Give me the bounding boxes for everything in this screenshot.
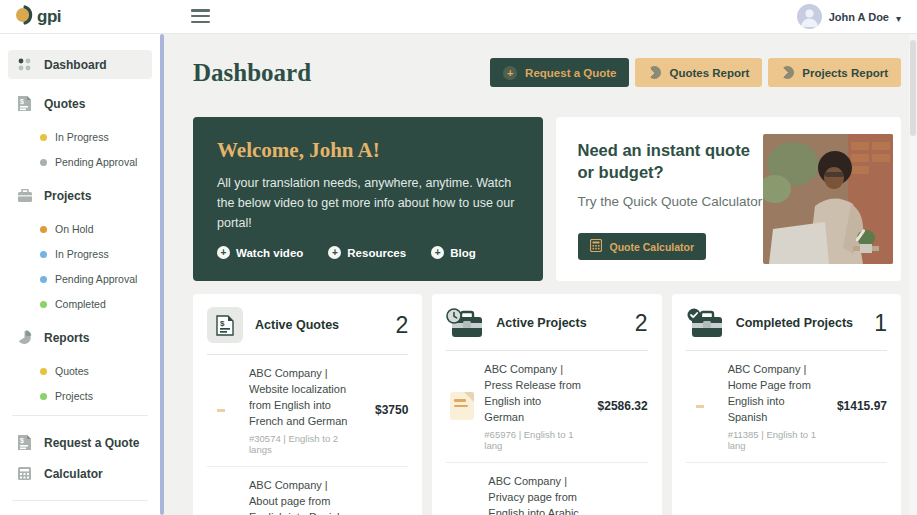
quote-document-icon: $: [16, 95, 33, 112]
page-title: Dashboard: [193, 59, 311, 87]
sidebar-subitem-label: In Progress: [55, 131, 109, 143]
card-title: Active Quotes: [255, 318, 339, 332]
pie-chart-icon: [16, 329, 33, 346]
calculator-icon: [16, 465, 33, 482]
link-label: Watch video: [236, 247, 303, 259]
brand-logo[interactable]: gpi: [14, 4, 61, 30]
status-dot: [40, 301, 47, 308]
svg-text:$: $: [220, 319, 225, 328]
status-dot: [40, 393, 47, 400]
item-title: ABC Company | About page from English in…: [249, 478, 358, 515]
menu-toggle-icon[interactable]: [191, 9, 210, 26]
monitor-icon: [686, 404, 718, 408]
chevron-down-icon: [896, 8, 901, 26]
briefcase-icon: [16, 187, 33, 204]
header-actions: Request a Quote Quotes Report Projects R…: [490, 58, 901, 87]
grid-dots-icon: [16, 56, 33, 73]
sidebar-subitem-label: On Hold: [55, 223, 94, 235]
card-title: Completed Projects: [736, 316, 853, 330]
sidebar-subitem-label: Projects: [55, 390, 93, 402]
card-header: Active Projects 2: [446, 307, 647, 351]
link-label: Blog: [450, 247, 476, 259]
status-dot: [40, 226, 47, 233]
button-label: Request a Quote: [525, 67, 616, 79]
item-title: ABC Company | Home Page from English int…: [728, 362, 823, 426]
briefcase-clock-icon: [446, 307, 484, 339]
card-header: Completed Projects 1: [686, 307, 887, 351]
card-title: Active Projects: [496, 316, 586, 330]
status-dot: [40, 276, 47, 283]
sidebar-item-reports-quotes[interactable]: Quotes: [40, 365, 154, 377]
sidebar-subitem-label: Completed: [55, 298, 106, 310]
welcome-title: Welcome, John A!: [217, 138, 519, 163]
blog-link[interactable]: Blog: [431, 246, 476, 259]
card-count: 1: [874, 310, 887, 337]
sidebar-item-label: Quotes: [44, 97, 85, 111]
gpi-logo-icon: [14, 4, 36, 30]
quote-list-item[interactable]: ABC Company | Website localization from …: [207, 355, 408, 467]
plus-circle-icon: [328, 246, 341, 259]
page-scrollbar[interactable]: [909, 34, 917, 515]
sidebar-item-projects-in-progress[interactable]: In Progress: [40, 248, 154, 260]
avatar: [797, 4, 822, 29]
item-title: ABC Company | Privacy page from English …: [488, 474, 590, 515]
sidebar-item-request-a-quote[interactable]: $ Request a Quote: [8, 428, 152, 457]
pie-chart-icon: [646, 63, 664, 81]
sidebar-item-label: Calculator: [44, 467, 103, 481]
sidebar-item-quotes[interactable]: $ Quotes: [8, 89, 152, 118]
sidebar-item-calculator[interactable]: Calculator: [8, 459, 152, 488]
active-projects-card: Active Projects 2 ABC Company | Press Re…: [432, 294, 661, 515]
status-dot: [40, 251, 47, 258]
quote-list-item[interactable]: ABC Company | About page from English in…: [207, 467, 408, 515]
sidebar-subitem-label: Pending Approval: [55, 156, 137, 168]
brand-logo-text: gpi: [37, 7, 61, 27]
sidebar-item-dashboard[interactable]: Dashboard: [8, 50, 152, 79]
sidebar-item-quotes-pending-approval[interactable]: Pending Approval: [40, 156, 154, 168]
card-header: $ Active Quotes 2: [207, 307, 408, 355]
main-content: Dashboard Request a Quote Quotes Report …: [164, 34, 909, 515]
button-label: Projects Report: [802, 67, 888, 79]
calculator-icon: [590, 239, 602, 254]
button-label: Quotes Report: [669, 67, 749, 79]
resources-link[interactable]: Resources: [328, 246, 406, 259]
request-a-quote-button[interactable]: Request a Quote: [490, 58, 629, 87]
project-list-item[interactable]: ABC Company | Privacy page from English …: [446, 463, 647, 515]
sidebar-item-quotes-in-progress[interactable]: In Progress: [40, 131, 154, 143]
sidebar-item-projects-pending-approval[interactable]: Pending Approval: [40, 273, 154, 285]
sidebar-item-projects[interactable]: Projects: [8, 181, 152, 210]
plus-circle-icon: [503, 66, 517, 80]
sidebar-divider: [12, 415, 148, 416]
quick-quote-card: Need an instant quote or budget? Try the…: [556, 117, 902, 281]
quote-calculator-button[interactable]: Quote Calculator: [578, 233, 707, 260]
quote-document-icon: $: [207, 307, 243, 343]
sidebar-item-projects-on-hold[interactable]: On Hold: [40, 223, 154, 235]
quotes-report-button[interactable]: Quotes Report: [635, 58, 762, 87]
quote-document-icon: $: [16, 434, 33, 451]
sidebar-item-reports-projects[interactable]: Projects: [40, 390, 154, 402]
welcome-card: Welcome, John A! All your translation ne…: [193, 117, 543, 281]
item-title: ABC Company | Website localization from …: [249, 366, 361, 430]
project-list-item[interactable]: ABC Company | Home Page from English int…: [686, 351, 887, 463]
sidebar-item-reports[interactable]: Reports: [8, 323, 152, 352]
link-label: Resources: [347, 247, 406, 259]
item-meta: #30574 | English to 2 langs: [249, 433, 361, 455]
pie-chart-icon: [779, 63, 797, 81]
page-header: Dashboard Request a Quote Quotes Report …: [193, 58, 901, 87]
item-amount: $2586.32: [598, 399, 648, 413]
item-title: ABC Company | Press Release from English…: [484, 362, 583, 426]
active-quotes-card: $ Active Quotes 2 ABC Company | Website …: [193, 294, 422, 515]
item-amount: $3750: [375, 403, 408, 417]
card-count: 2: [396, 312, 409, 339]
sidebar-item-projects-completed[interactable]: Completed: [40, 298, 154, 310]
page-scrollbar-thumb[interactable]: [910, 40, 916, 136]
project-list-item[interactable]: ABC Company | Press Release from English…: [446, 351, 647, 463]
watch-video-link[interactable]: Watch video: [217, 246, 303, 259]
quick-quote-title: Need an instant quote or budget?: [578, 139, 768, 184]
status-dot: [40, 134, 47, 141]
item-amount: $1415.97: [837, 399, 887, 413]
svg-text:$: $: [20, 98, 24, 106]
banner-row: Welcome, John A! All your translation ne…: [193, 117, 901, 281]
user-menu[interactable]: John A Doe: [797, 4, 901, 29]
svg-text:$: $: [20, 437, 24, 445]
projects-report-button[interactable]: Projects Report: [768, 58, 901, 87]
